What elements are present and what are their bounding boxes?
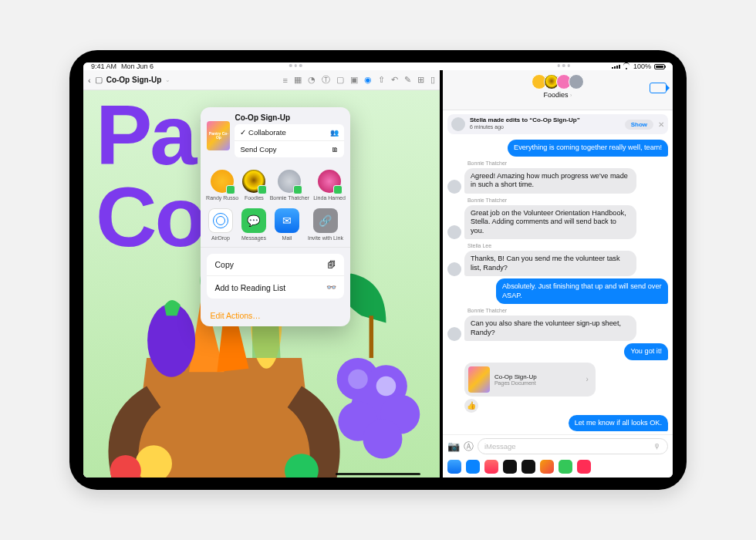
app-store-icon[interactable]: Ⓐ — [464, 440, 474, 454]
messages-thread[interactable]: Everything is coming together really wel… — [443, 138, 673, 434]
svg-point-11 — [376, 376, 397, 397]
chevron-right-icon: › — [586, 375, 589, 383]
svg-point-9 — [363, 419, 402, 458]
share-action-copy[interactable]: Copy🗐 — [207, 254, 344, 275]
avatar — [278, 170, 301, 193]
app-strip-icon[interactable] — [559, 460, 572, 474]
messages-header[interactable]: Foodies › — [443, 70, 673, 110]
message-bubble-incoming[interactable]: Thanks, B! Can you send me the volunteer… — [464, 251, 636, 276]
undo-icon[interactable]: ↶ — [391, 75, 398, 85]
group-avatars — [532, 74, 584, 89]
share-contact[interactable]: Foodies — [242, 170, 265, 201]
sender-label: Bonnie Thatcher — [467, 197, 668, 203]
app-strip-icon[interactable] — [577, 460, 591, 474]
share-edit-actions[interactable]: Edit Actions… — [201, 305, 350, 326]
avatar — [447, 180, 461, 194]
avatar — [318, 170, 341, 193]
airdrop-icon — [208, 208, 233, 233]
messages-app: Foodies › Stella made edits to “Co-Op Si… — [443, 70, 673, 478]
share-contact[interactable]: Randy Russo — [206, 170, 238, 201]
people-icon: 👥 — [330, 129, 339, 137]
message-attachment-card[interactable]: Co-Op Sign-UpPages Document › — [464, 363, 596, 397]
message-bubble-outgoing[interactable]: You got it! — [624, 343, 668, 360]
attachment-thumbnail — [468, 366, 490, 393]
page-icon[interactable]: ▯ — [430, 75, 435, 85]
message-bubble-incoming[interactable]: Agreed! Amazing how much progress we've … — [464, 168, 636, 194]
chevron-right-icon: › — [570, 93, 572, 98]
home-indicator[interactable] — [336, 473, 420, 476]
share-mode-send-copy[interactable]: Send Copy 🗎 — [235, 140, 344, 157]
text-icon[interactable]: Ⓣ — [322, 74, 330, 86]
list-icon[interactable]: ≡ — [283, 76, 288, 85]
glasses-icon: 👓 — [326, 282, 336, 292]
message-bubble-incoming[interactable]: Great job on the Volunteer Orientation H… — [464, 205, 636, 240]
shared-with-you-banner[interactable]: Stella made edits to “Co-Op Sign-Up”6 mi… — [447, 114, 668, 134]
title-chevron-icon[interactable]: ⌄ — [165, 76, 170, 83]
messages-badge-icon — [226, 185, 235, 194]
app-strip-icon[interactable] — [521, 460, 535, 474]
battery-icon — [654, 64, 665, 69]
app-strip-icon[interactable] — [447, 460, 461, 474]
facetime-button[interactable] — [650, 83, 667, 93]
share-contact[interactable]: Linda Hamed — [313, 170, 346, 201]
sender-label: Bonnie Thatcher — [467, 160, 668, 166]
copy-pages-icon: 🗐 — [328, 260, 336, 269]
message-input-field[interactable]: iMessage🎙︎ — [478, 438, 668, 454]
group-name: Foodies — [544, 91, 569, 99]
app-strip-icon[interactable] — [503, 460, 517, 474]
sender-label: Bonnie Thatcher — [467, 308, 668, 313]
avatar — [447, 262, 461, 276]
message-bubble-outgoing[interactable]: Absolutely. Just finishing that up and w… — [496, 278, 668, 304]
document-canvas[interactable]: Pant Co-O — [83, 90, 440, 478]
back-chevron-icon[interactable]: ‹ — [88, 76, 91, 85]
message-app-strip[interactable] — [443, 457, 673, 478]
collaborate-icon[interactable]: ◉ — [364, 75, 372, 85]
share-action-list: Copy🗐 Add to Reading List👓 — [207, 254, 344, 299]
status-time: 9:41 AM — [91, 62, 116, 70]
media-icon[interactable]: ▣ — [350, 75, 358, 85]
app-strip-icon[interactable] — [484, 460, 498, 474]
tapback-thumbs-up[interactable]: 👍 — [464, 399, 478, 413]
svg-point-10 — [348, 369, 368, 389]
documents-icon[interactable]: ▢ — [95, 75, 103, 85]
format-brush-icon[interactable]: ✎ — [404, 75, 411, 85]
message-bubble-outgoing[interactable]: Everything is coming together really wel… — [508, 140, 668, 157]
messages-badge-icon — [333, 185, 343, 194]
dictation-icon[interactable]: 🎙︎ — [653, 442, 661, 451]
chart-icon[interactable]: ◔ — [308, 75, 316, 85]
wifi-icon — [623, 64, 630, 69]
pages-toolbar: ‹ ▢ Co-Op Sign-Up ⌄ ≡ ▦ ◔ Ⓣ ▢ ▣ ◉ ⇧ — [83, 70, 440, 90]
share-app-invite-link[interactable]: 🔗Invite with Link — [308, 208, 343, 241]
share-app-airdrop[interactable]: AirDrop — [208, 208, 233, 241]
share-sheet-popover: Pantry Co-Op Co-Op Sign-Up ✓ Collaborate… — [201, 107, 350, 326]
app-strip-icon[interactable] — [466, 460, 480, 474]
share-contact[interactable]: Bonnie Thatcher — [270, 170, 309, 201]
document-title[interactable]: Co-Op Sign-Up — [106, 76, 162, 84]
share-app-messages[interactable]: 💬Messages — [241, 208, 266, 241]
show-button[interactable]: Show — [625, 120, 653, 130]
avatar — [447, 327, 461, 341]
shape-icon[interactable]: ▢ — [336, 75, 344, 85]
battery-percent: 100% — [633, 62, 651, 70]
share-mode-collaborate[interactable]: ✓ Collaborate 👥 — [235, 124, 344, 140]
share-app-mail[interactable]: ✉︎Mail — [275, 208, 299, 241]
share-doc-thumbnail: Pantry Co-Op — [207, 121, 230, 150]
share-action-reading-list[interactable]: Add to Reading List👓 — [207, 275, 344, 299]
multitask-indicator-messages[interactable] — [557, 64, 570, 67]
mail-icon: ✉︎ — [275, 208, 299, 233]
ipad-device-frame: 9:41 AM Mon Jun 6 100% ‹ ▢ Co-Op Sign-U — [69, 50, 687, 490]
camera-icon[interactable]: 📷 — [447, 440, 460, 452]
view-mode-icon[interactable]: ⊞ — [417, 75, 424, 85]
close-icon[interactable]: ✕ — [658, 120, 664, 129]
share-contacts-row: Randy Russo Foodies Bonnie Thatcher Lind… — [201, 164, 350, 205]
svg-rect-15 — [370, 316, 373, 358]
status-date: Mon Jun 6 — [121, 62, 154, 70]
multitask-indicator-pages[interactable] — [289, 64, 302, 67]
avatar — [451, 117, 465, 131]
message-bubble-outgoing[interactable]: Let me know if all looks OK. — [569, 415, 668, 432]
app-strip-icon[interactable] — [540, 460, 554, 474]
table-icon[interactable]: ▦ — [294, 75, 302, 85]
share-icon[interactable]: ⇧ — [378, 75, 385, 85]
message-bubble-incoming[interactable]: Can you also share the volunteer sign-up… — [464, 316, 636, 341]
pages-app: ‹ ▢ Co-Op Sign-Up ⌄ ≡ ▦ ◔ Ⓣ ▢ ▣ ◉ ⇧ — [83, 70, 440, 478]
